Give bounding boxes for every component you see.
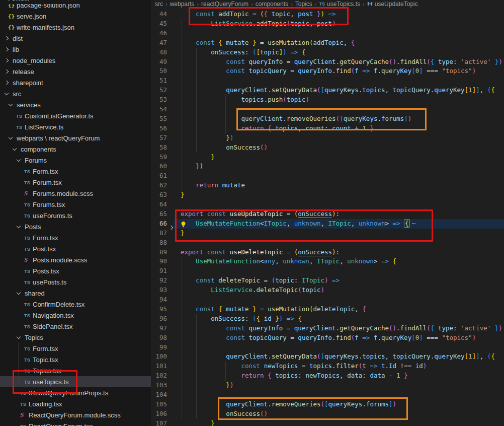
explorer-item-node-modules[interactable]: node_modules bbox=[0, 55, 151, 66]
explorer-item-src[interactable]: src bbox=[0, 88, 151, 99]
explorer-item-loading-tsx[interactable]: TSLoading.tsx bbox=[0, 398, 151, 409]
code-line-105[interactable]: 105queryClient.removeQueries([queryKeys.… bbox=[151, 400, 504, 409]
explorer-item-navigation-tsx[interactable]: TSNavigation.tsx bbox=[0, 310, 151, 321]
explorer-item-posts-tsx[interactable]: TSPosts.tsx bbox=[0, 265, 151, 276]
line-number[interactable]: 105 bbox=[151, 400, 167, 409]
code-line-107[interactable]: 107} bbox=[151, 419, 504, 426]
breadcrumb-item-useupdatetopic[interactable]: useUpdateTopic bbox=[375, 1, 418, 8]
folded-code-ellipsis[interactable]: ⋯ bbox=[412, 220, 416, 227]
breadcrumb-item-usetopics-ts[interactable]: useTopics.ts bbox=[327, 1, 360, 8]
code-line-59[interactable]: 59} bbox=[151, 153, 504, 162]
breadcrumb-item-components[interactable]: components bbox=[256, 1, 288, 8]
code-line-48[interactable]: 48onSuccess: ([topic]) => { bbox=[151, 48, 504, 57]
code-line-95[interactable]: 95const { mutate } = useMutation(deleteT… bbox=[151, 305, 504, 314]
code-line-61[interactable]: 61 bbox=[151, 171, 504, 181]
code-line-58[interactable]: 58onSuccess() bbox=[151, 143, 504, 153]
explorer-item-useposts-ts[interactable]: TSusePosts.ts bbox=[0, 276, 151, 288]
code-line-94[interactable]: 94 bbox=[151, 295, 504, 305]
line-number[interactable]: 66 bbox=[151, 219, 167, 229]
explorer-item-listservice-ts[interactable]: TSListService.ts bbox=[0, 121, 151, 132]
line-number[interactable]: 46 bbox=[151, 29, 167, 38]
line-number[interactable]: 61 bbox=[151, 171, 167, 181]
explorer-section-header[interactable]: FORUM bbox=[0, 0, 151, 4]
line-number[interactable]: 90 bbox=[151, 257, 167, 266]
explorer-item-topics-tsx[interactable]: TSTopics.tsx bbox=[0, 365, 151, 376]
explorer-item-ireactqueryforumprops-ts[interactable]: TSIReactQueryForumProps.ts bbox=[0, 387, 151, 398]
code-line-45[interactable]: 45ListService.addTopic(topic, post) bbox=[151, 19, 504, 29]
explorer-item-lib[interactable]: lib bbox=[0, 44, 151, 55]
line-number[interactable]: 57 bbox=[151, 133, 167, 143]
explorer-item-sharepoint[interactable]: sharepoint bbox=[0, 77, 151, 88]
code-line-55[interactable]: 55queryClient.removeQueries([queryKeys.f… bbox=[151, 114, 504, 124]
code-line-60[interactable]: 60}) bbox=[151, 162, 504, 171]
line-number[interactable]: 51 bbox=[151, 76, 167, 86]
explorer-item-posts[interactable]: Posts bbox=[0, 221, 151, 232]
line-number[interactable]: 49 bbox=[151, 57, 167, 67]
explorer-item-form-tsx[interactable]: TSForm.tsx bbox=[0, 232, 151, 243]
explorer-item-webparts-reactqueryforum[interactable]: webparts \ reactQueryForum bbox=[0, 132, 151, 144]
explorer-item-customlistgenerator-ts[interactable]: TSCustomListGenerator.ts bbox=[0, 110, 151, 121]
line-number[interactable]: 52 bbox=[151, 86, 167, 95]
line-number[interactable]: 96 bbox=[151, 314, 167, 324]
line-number[interactable]: 95 bbox=[151, 305, 167, 314]
line-number[interactable]: 103 bbox=[151, 381, 167, 390]
code-line-98[interactable]: 98const topicQuery = queryInfo.find(f =>… bbox=[151, 333, 504, 343]
code-line-96[interactable]: 96onSuccess: ({ id }) => { bbox=[151, 314, 504, 324]
line-number[interactable]: 62 bbox=[151, 181, 167, 190]
code-line-99[interactable]: 99 bbox=[151, 343, 504, 352]
code-line-52[interactable]: 52queryClient.setQueryData([queryKeys.to… bbox=[151, 86, 504, 95]
explorer-item-reactqueryforum-module-scss[interactable]: SReactQueryForum.module.scss bbox=[0, 409, 151, 420]
line-number[interactable]: 59 bbox=[151, 153, 167, 162]
line-number[interactable]: 97 bbox=[151, 324, 167, 333]
code-line-103[interactable]: 103}) bbox=[151, 381, 504, 390]
breadcrumb-item-reactqueryforum[interactable]: reactQueryForum bbox=[201, 1, 248, 8]
line-number[interactable]: 55 bbox=[151, 114, 167, 124]
line-number[interactable]: 102 bbox=[151, 371, 167, 381]
explorer-item-forums-tsx[interactable]: TSForums.tsx bbox=[0, 199, 151, 210]
explorer-item-reactqueryforum-tsx[interactable]: TSReactQueryForum.tsx bbox=[0, 420, 151, 426]
code-line-92[interactable]: 92const deleteTopic = (topic: ITopic) => bbox=[151, 276, 504, 286]
line-number[interactable]: 104 bbox=[151, 390, 167, 400]
line-number[interactable]: 58 bbox=[151, 143, 167, 153]
code-line-102[interactable]: 102return { topics: newTopics, data: dat… bbox=[151, 371, 504, 381]
explorer-item-usetopics-ts[interactable]: TSuseTopics.ts bbox=[0, 376, 151, 387]
line-number[interactable]: 65 bbox=[151, 209, 167, 219]
code-line-56[interactable]: 56return { topics, count: count + 1 } bbox=[151, 124, 504, 133]
line-number[interactable]: 63 bbox=[151, 190, 167, 200]
code-line-51[interactable]: 51 bbox=[151, 76, 504, 86]
line-number[interactable]: 88 bbox=[151, 238, 167, 248]
code-line-50[interactable]: 50const topicQuery = queryInfo.find(f =>… bbox=[151, 66, 504, 76]
code-line-66[interactable]: 66UseMutateFunction<ITopic, unknown, ITo… bbox=[151, 219, 504, 229]
explorer-item-confirmdelete-tsx[interactable]: TSConfirmDelete.tsx bbox=[0, 299, 151, 310]
code-line-87[interactable]: 87} bbox=[151, 229, 504, 238]
explorer-item-release[interactable]: release bbox=[0, 66, 151, 77]
line-number[interactable]: 100 bbox=[151, 352, 167, 362]
line-number[interactable]: 45 bbox=[151, 19, 167, 29]
breadcrumb-item-topics[interactable]: Topics bbox=[295, 1, 312, 8]
line-number[interactable]: 44 bbox=[151, 10, 167, 19]
code-line-93[interactable]: 93ListService.deleteTopic(topic) bbox=[151, 286, 504, 295]
code-line-63[interactable]: 63} bbox=[151, 190, 504, 200]
explorer-item-topic-tsx[interactable]: TSTopic.tsx bbox=[0, 354, 151, 365]
code-line-64[interactable]: 64 bbox=[151, 200, 504, 209]
explorer-item-useforums-ts[interactable]: TSuseForums.ts bbox=[0, 210, 151, 221]
code-line-100[interactable]: 100queryClient.setQueryData([queryKeys.t… bbox=[151, 352, 504, 362]
explorer-item-forums-module-scss[interactable]: SForums.module.scss bbox=[0, 188, 151, 199]
line-number[interactable]: 106 bbox=[151, 409, 167, 419]
code-line-90[interactable]: 90UseMutateFunction<any, unknown, ITopic… bbox=[151, 257, 504, 266]
explorer-item-write-manifests-json[interactable]: {}write-manifests.json bbox=[0, 22, 151, 33]
line-number[interactable]: 53 bbox=[151, 95, 167, 105]
explorer-item-services[interactable]: services bbox=[0, 99, 151, 110]
line-number[interactable]: 87 bbox=[151, 229, 167, 238]
code-line-44[interactable]: 44const addTopic = ({ topic, post }) => bbox=[151, 10, 504, 19]
explorer-item-forums[interactable]: Forums bbox=[0, 155, 151, 166]
explorer-item-serve-json[interactable]: {}serve.json bbox=[0, 11, 151, 22]
code-line-65[interactable]: 65export const useUpdateTopic = (onSucce… bbox=[151, 209, 504, 219]
explorer-item-form-tsx[interactable]: TSForm.tsx bbox=[0, 343, 151, 354]
code-line-53[interactable]: 53topics.push(topic) bbox=[151, 95, 504, 105]
line-number[interactable]: 89 bbox=[151, 248, 167, 257]
line-number[interactable]: 50 bbox=[151, 66, 167, 76]
code-line-91[interactable]: 91 bbox=[151, 266, 504, 276]
explorer-item-topics[interactable]: Topics bbox=[0, 332, 151, 343]
explorer-item-post-tsx[interactable]: TSPost.tsx bbox=[0, 243, 151, 254]
